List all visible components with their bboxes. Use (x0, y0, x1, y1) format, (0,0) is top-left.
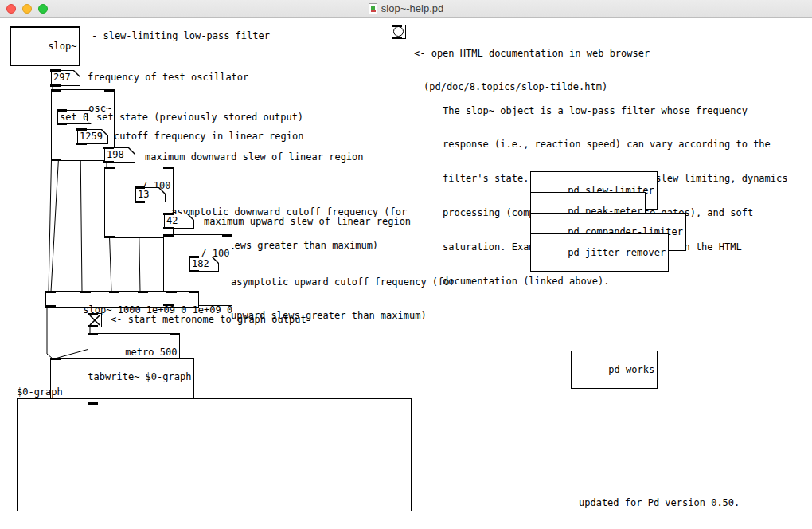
inlet-nub (163, 213, 174, 215)
subpatch-label: pd works (608, 364, 654, 375)
outlet-nub (135, 201, 145, 203)
subpatch-label: pd jitter-remover (568, 247, 666, 258)
outlet-nub (88, 325, 98, 327)
freq-value: 297 (53, 72, 71, 83)
subpatch-jitter-remover[interactable]: pd jitter-remover (530, 233, 669, 272)
bang-circle-icon (393, 26, 404, 37)
inlet-nub (51, 89, 61, 92)
subpatch-works[interactable]: pd works (571, 351, 658, 389)
outlet-nub (50, 84, 61, 87)
inlet-nub (189, 291, 199, 293)
slop-reference-label: slop~ (48, 41, 76, 52)
inlet-nub (104, 167, 115, 169)
inlet-nub (135, 186, 145, 189)
set-state-message[interactable]: set 0 (57, 110, 92, 124)
open-doc-bang[interactable] (392, 25, 406, 39)
inlet-nub (189, 256, 199, 258)
metro-toggle[interactable] (88, 313, 102, 327)
inlet-nub (45, 291, 56, 293)
down-asymptote-number-box[interactable]: 13 (135, 187, 166, 202)
outlet-nub (103, 161, 114, 163)
outlet-nub (189, 270, 199, 272)
outlet-nub (57, 123, 67, 125)
inlet-nub (392, 25, 402, 27)
graph-label: $0-graph (17, 386, 63, 398)
inlet-nub (76, 128, 87, 131)
cutoff-comment: cutoff frequency in linear region (114, 131, 303, 142)
freq-number-box[interactable]: 297 (51, 70, 80, 86)
inlet-nub (104, 89, 115, 92)
inlet-nub (163, 234, 174, 237)
outlet-nub (392, 37, 402, 39)
up-slew-comment: maximum upward slew of linear region (204, 216, 411, 227)
outlet-nub (51, 159, 61, 161)
inlet-nub (57, 109, 67, 112)
up-slew-value: 42 (166, 215, 178, 226)
down-slew-value: 198 (107, 149, 124, 160)
pd-patch-window: slop~-help.pd slop~ - slew-limiting low-… (0, 0, 812, 529)
outlet-nub (76, 143, 87, 145)
metro-label: metro 500 (125, 347, 177, 358)
inlet-nub (166, 291, 177, 293)
down-asymptote-value: 13 (138, 189, 149, 200)
inlet-nub (80, 291, 91, 293)
cutoff-number-box[interactable]: 1259 (77, 129, 108, 144)
inlet-nub (109, 291, 119, 293)
slop-object: slop~ 1000 1e+09 0 1e+09 0 (45, 291, 199, 308)
doc-link-line1: <- open HTML documentation in web browse… (414, 48, 650, 59)
comment-line: asymptotic upward cutoff frequency (for (231, 276, 455, 288)
tagline-comment: - slew-limiting low-pass filter (92, 30, 270, 41)
footer-note: updated for Pd version 0.50. (579, 497, 740, 508)
outlet-nub (104, 236, 115, 238)
inlet-nub (103, 147, 114, 149)
description-line: documentation (linked above). (443, 276, 787, 287)
up-asymptote-number-box[interactable]: 182 (189, 257, 219, 272)
cutoff-value: 1259 (80, 131, 103, 142)
inlet-nub (50, 358, 61, 360)
outlet-nub (163, 304, 174, 306)
inlet-nub (163, 167, 174, 169)
up-slew-number-box[interactable]: 42 (164, 214, 194, 229)
description-line: response (i.e., reaction speed) can vary… (443, 139, 787, 150)
graph-canvas (17, 398, 412, 511)
set-state-label: set 0 (60, 112, 88, 123)
inlet-nub (222, 234, 232, 237)
inlet-nub (88, 333, 98, 335)
inlet-nub (170, 333, 180, 335)
inlet-nub (50, 69, 61, 72)
up-asymptote-comment: asymptotic upward cutoff frequency (for … (231, 253, 455, 344)
down-slew-comment: maximum downward slew of linear region (145, 151, 364, 163)
description-line: The slop~ object is a low-pass filter wh… (443, 105, 787, 116)
outlet-nub (88, 402, 98, 405)
slop-reference-box: slop~ (10, 26, 80, 66)
freq-comment: frequency of test oscillator (88, 72, 248, 83)
down-slew-number-box[interactable]: 198 (104, 147, 135, 163)
metro-comment: <- start metronome to graph output (111, 314, 306, 325)
tabwrite-label: tabwrite~ $0-graph (88, 371, 191, 382)
inlet-nub (88, 313, 98, 315)
inlet-nub (138, 291, 148, 293)
set-state-comment: set state (previously stored output) (96, 112, 303, 123)
outlet-nub (163, 227, 174, 229)
outlet-nub (45, 305, 56, 308)
up-asymptote-value: 182 (192, 258, 209, 269)
